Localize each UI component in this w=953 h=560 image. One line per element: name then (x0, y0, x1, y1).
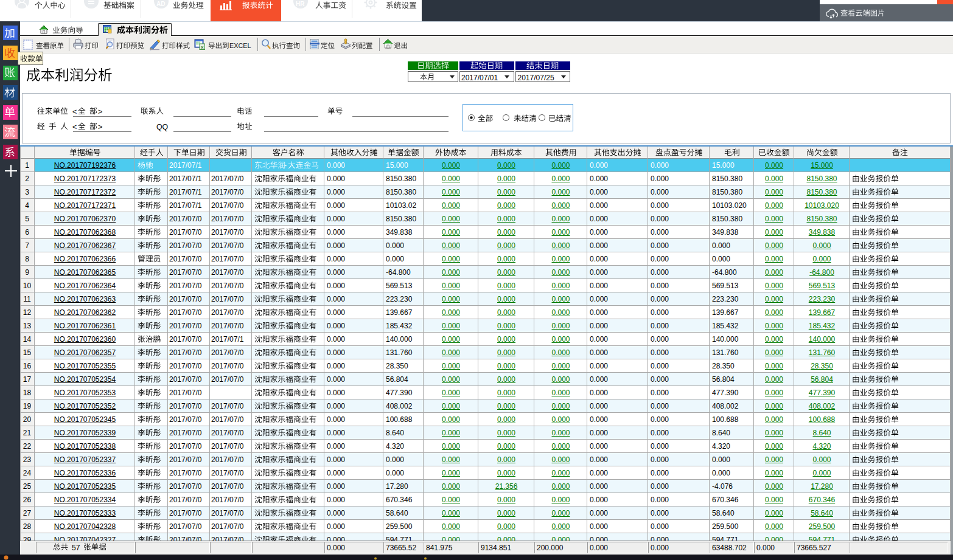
svg-text:x: x (201, 44, 204, 50)
